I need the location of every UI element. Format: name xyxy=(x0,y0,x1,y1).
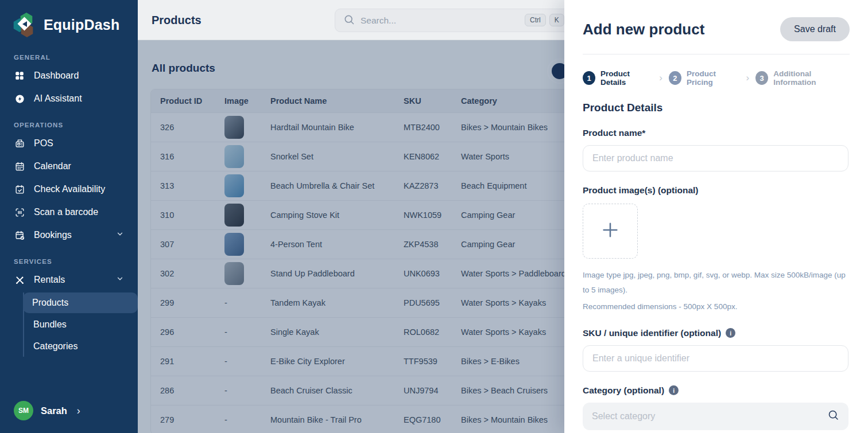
bookings-calendar-icon xyxy=(14,229,25,241)
sidebar-item-pos[interactable]: POS xyxy=(0,132,138,155)
top-bar: Products Search... Ctrl K xyxy=(138,0,564,40)
sidebar-item-products[interactable]: Products xyxy=(23,292,138,313)
sidebar-item-label: Scan a barcode xyxy=(34,207,98,217)
sidebar-item-label: Bookings xyxy=(34,230,72,240)
sidebar-item-label: Check Availability xyxy=(34,184,105,194)
step-number: 3 xyxy=(755,71,768,85)
divider xyxy=(583,54,850,54)
helper-line: Recommended dimensions - 500px X 500px. xyxy=(583,299,848,314)
section-label-operations: OPERATIONS xyxy=(14,122,138,128)
step-additional-information[interactable]: 3 Additional Information xyxy=(755,69,850,87)
sidebar-item-label: POS xyxy=(34,138,53,149)
step-label: Additional Information xyxy=(773,69,850,87)
sidebar-item-rentals[interactable]: Rentals xyxy=(0,268,138,291)
chevron-right-icon: › xyxy=(77,405,80,417)
sidebar-item-bundles[interactable]: Bundles xyxy=(24,314,138,335)
chevron-down-icon xyxy=(116,230,124,240)
image-upload-helper: Image type jpg, jpeg, png, bmp, gif, svg… xyxy=(583,268,848,314)
sku-label: SKU / unique identifier (optional) xyxy=(583,328,721,338)
info-icon[interactable]: i xyxy=(726,328,735,338)
sku-field[interactable] xyxy=(583,345,848,372)
sidebar-item-label: AI Assistant xyxy=(34,93,82,104)
search-input[interactable]: Search... Ctrl K xyxy=(335,9,564,32)
page-title: Products xyxy=(152,14,202,27)
drawer-title: Add new product xyxy=(583,21,704,38)
plus-icon xyxy=(600,220,620,242)
section-label-services: SERVICES xyxy=(14,258,138,265)
search-icon xyxy=(343,14,355,28)
step-label: Product Pricing xyxy=(687,69,740,87)
drawer-backdrop[interactable] xyxy=(138,40,564,433)
ai-assistant-icon xyxy=(14,93,25,104)
helper-line: Image type jpg, jpeg, png, bmp, gif, svg… xyxy=(583,268,848,298)
category-placeholder: Select category xyxy=(592,411,655,422)
save-draft-button[interactable]: Save draft xyxy=(780,17,850,41)
chevron-down-icon xyxy=(116,275,124,285)
stepper: 1 Product Details › 2 Product Pricing › … xyxy=(583,69,850,87)
add-product-drawer: Add new product Save draft 1 Product Det… xyxy=(564,0,868,433)
info-icon[interactable]: i xyxy=(669,385,679,395)
app-root: EquipDash GENERAL Dashboard AI Assistant… xyxy=(0,0,868,433)
barcode-scan-icon xyxy=(14,206,25,218)
search-placeholder: Search... xyxy=(361,15,396,26)
step-product-pricing[interactable]: 2 Product Pricing xyxy=(669,69,740,87)
sidebar-item-check-availability[interactable]: Check Availability xyxy=(0,178,138,201)
rentals-submenu: Products Bundles Categories xyxy=(23,292,138,357)
main-content: Products Search... Ctrl K All products P… xyxy=(138,0,564,433)
sidebar-item-bookings[interactable]: Bookings xyxy=(0,224,138,247)
products-page: All products Product ID Image Product Na… xyxy=(138,40,564,433)
search-icon xyxy=(827,409,839,423)
sidebar-item-label: Calendar xyxy=(34,161,71,171)
brand-name: EquipDash xyxy=(44,17,119,33)
sidebar-item-label: Dashboard xyxy=(34,71,79,81)
tools-icon xyxy=(14,274,25,286)
sidebar-item-categories[interactable]: Categories xyxy=(24,336,138,357)
dashboard-grid-icon xyxy=(14,70,25,81)
avatar: SM xyxy=(14,401,33,420)
sidebar-item-dashboard[interactable]: Dashboard xyxy=(0,64,138,87)
calendar-check-icon xyxy=(14,184,25,195)
product-images-label: Product image(s) (optional) xyxy=(583,185,850,196)
category-label: Category (optional) xyxy=(583,385,664,396)
sidebar-item-scan-barcode[interactable]: Scan a barcode xyxy=(0,201,138,224)
section-label-general: GENERAL xyxy=(14,54,138,61)
sidebar-item-ai-assistant[interactable]: AI Assistant xyxy=(0,87,138,110)
product-name-label: Product name* xyxy=(583,128,850,138)
equipdash-logo-icon xyxy=(13,13,37,37)
step-label: Product Details xyxy=(600,69,653,87)
kbd-k: K xyxy=(549,14,564,26)
image-upload-dropzone[interactable] xyxy=(583,204,638,259)
sidebar: EquipDash GENERAL Dashboard AI Assistant… xyxy=(0,0,138,433)
sidebar-item-calendar[interactable]: Calendar xyxy=(0,155,138,178)
brand-logo[interactable]: EquipDash xyxy=(0,0,138,42)
category-select[interactable]: Select category xyxy=(583,403,848,430)
user-name: Sarah xyxy=(41,405,67,416)
chevron-right-icon: › xyxy=(659,72,662,84)
chevron-right-icon: › xyxy=(746,72,749,84)
product-name-field[interactable] xyxy=(583,145,848,171)
section-title: Product Details xyxy=(583,102,850,114)
user-menu[interactable]: SM Sarah › xyxy=(14,401,80,420)
search-shortcut: Ctrl K xyxy=(525,14,564,26)
step-number: 1 xyxy=(583,71,595,85)
calendar-icon xyxy=(14,161,25,172)
kbd-ctrl: Ctrl xyxy=(525,14,546,26)
step-product-details[interactable]: 1 Product Details xyxy=(583,69,653,87)
pos-terminal-icon xyxy=(14,138,25,149)
sidebar-item-label: Rentals xyxy=(34,275,65,285)
step-number: 2 xyxy=(669,71,681,85)
